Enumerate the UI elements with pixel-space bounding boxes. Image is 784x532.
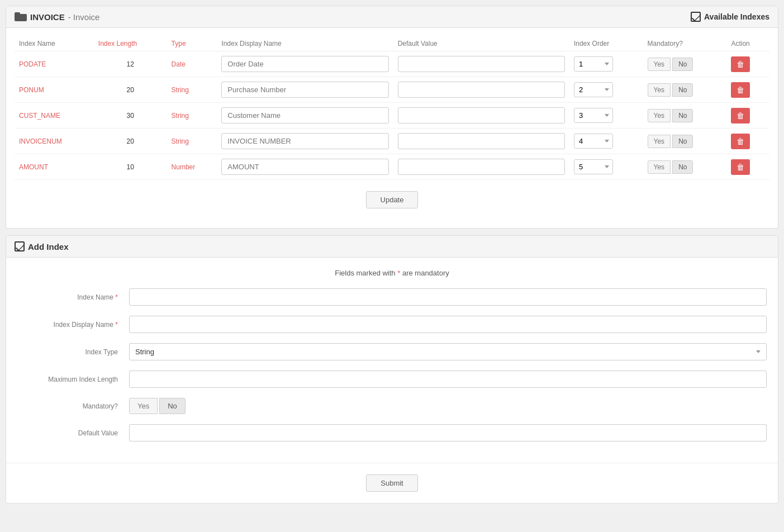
form-row-index-type: Index Type String Number Date — [17, 343, 767, 360]
index-type-cell: String — [167, 129, 217, 154]
invoice-subtitle: - Invoice — [68, 12, 100, 22]
display-name-label: Index Display Name * — [17, 321, 129, 329]
index-type-cell: Date — [167, 51, 217, 77]
default-value-input-row-2[interactable] — [398, 107, 565, 124]
default-value-input-row-1[interactable] — [398, 82, 565, 98]
order-cell: 12345678910 — [569, 77, 643, 103]
action-cell: 🗑 — [726, 129, 769, 154]
mandatory-no-row-1[interactable]: No — [672, 83, 693, 97]
col-index-length: Index Length — [94, 36, 167, 51]
display-name-cell — [217, 129, 393, 154]
order-select-row-0[interactable]: 12345678910 — [574, 56, 613, 72]
default-value-cell — [393, 129, 569, 154]
index-name-cell: CUST_NAME — [15, 103, 94, 129]
order-select-row-1[interactable]: 12345678910 — [574, 82, 613, 97]
index-length-cell: 20 — [94, 77, 167, 103]
index-length-cell: 20 — [94, 129, 167, 154]
col-index-name: Index Name — [15, 36, 94, 51]
mandatory-no-row-2[interactable]: No — [672, 109, 693, 122]
default-value-input[interactable] — [129, 424, 767, 441]
invoice-title: INVOICE — [30, 12, 65, 22]
default-value-label: Default Value — [17, 429, 129, 437]
update-button[interactable]: Update — [366, 191, 419, 208]
mandatory-yes-button[interactable]: Yes — [129, 398, 158, 414]
mandatory-yes-row-4[interactable]: Yes — [648, 160, 671, 174]
index-name-cell: AMOUNT — [15, 154, 94, 180]
form-row-max-length: Maximum Index Length — [17, 370, 767, 388]
order-cell: 12345678910 — [569, 129, 643, 154]
order-select-row-3[interactable]: 12345678910 — [574, 134, 613, 149]
delete-button-row-3[interactable]: 🗑 — [731, 134, 750, 149]
available-indexes: Available Indexes — [691, 12, 769, 22]
update-btn-row: Update — [15, 180, 769, 220]
index-length-cell: 10 — [94, 154, 167, 180]
col-display-name: Index Display Name — [217, 36, 393, 51]
mandatory-yes-row-1[interactable]: Yes — [648, 83, 671, 97]
delete-button-row-4[interactable]: 🗑 — [731, 159, 750, 175]
add-index-title-label: Add Index — [28, 242, 69, 251]
default-value-input-row-0[interactable] — [398, 56, 565, 72]
form-row-display-name: Index Display Name * — [17, 316, 767, 333]
mandatory-cell: YesNo — [643, 51, 727, 77]
mandatory-note: Fields marked with * are mandatory — [17, 269, 767, 277]
delete-button-row-1[interactable]: 🗑 — [731, 82, 750, 98]
action-cell: 🗑 — [726, 77, 769, 103]
mandatory-label: Mandatory? — [17, 402, 129, 410]
delete-button-row-0[interactable]: 🗑 — [731, 56, 750, 72]
display-name-input-row-2[interactable] — [221, 107, 388, 124]
available-indexes-label: Available Indexes — [704, 12, 769, 21]
order-select-row-2[interactable]: 12345678910 — [574, 108, 613, 123]
default-value-input-row-3[interactable] — [398, 133, 565, 149]
order-cell: 12345678910 — [569, 154, 643, 180]
folder-icon — [15, 12, 27, 21]
mandatory-yes-row-2[interactable]: Yes — [648, 109, 671, 122]
index-type-cell: Number — [167, 154, 217, 180]
mandatory-cell: YesNo — [643, 77, 727, 103]
index-name-cell: INVOICENUM — [15, 129, 94, 154]
col-action: Action — [726, 36, 769, 51]
check-icon-add — [15, 241, 25, 251]
display-name-cell — [217, 103, 393, 129]
col-mandatory: Mandatory? — [643, 36, 727, 51]
max-length-input[interactable] — [129, 370, 767, 388]
table-row: PONUM20String12345678910YesNo🗑 — [15, 77, 769, 103]
display-name-input-row-3[interactable] — [221, 133, 388, 149]
default-value-cell — [393, 103, 569, 129]
mandatory-no-row-0[interactable]: No — [672, 58, 693, 71]
display-name-input-row-0[interactable] — [221, 56, 388, 72]
display-name-input-row-4[interactable] — [221, 159, 388, 175]
display-name-cell — [217, 154, 393, 180]
mandatory-no-button[interactable]: No — [159, 398, 186, 414]
mandatory-cell: YesNo — [643, 103, 727, 129]
index-name-input[interactable] — [129, 288, 767, 306]
default-value-input-row-4[interactable] — [398, 159, 565, 175]
form-row-index-name: Index Name * — [17, 288, 767, 306]
mandatory-no-row-4[interactable]: No — [672, 160, 693, 174]
form-row-mandatory: Mandatory? Yes No — [17, 398, 767, 414]
mandatory-yes-row-0[interactable]: Yes — [648, 58, 671, 71]
submit-row: Submit — [6, 463, 778, 503]
display-name-input-row-1[interactable] — [221, 82, 388, 98]
table-row: CUST_NAME30String12345678910YesNo🗑 — [15, 103, 769, 129]
order-cell: 12345678910 — [569, 103, 643, 129]
check-icon — [691, 12, 701, 22]
default-value-cell — [393, 77, 569, 103]
order-select-row-4[interactable]: 12345678910 — [574, 159, 613, 174]
order-cell: 12345678910 — [569, 51, 643, 77]
add-index-panel: Add Index Fields marked with * are manda… — [6, 235, 778, 504]
mandatory-no-row-3[interactable]: No — [672, 135, 693, 148]
delete-button-row-2[interactable]: 🗑 — [731, 108, 750, 124]
add-index-body: Fields marked with * are mandatory Index… — [6, 258, 778, 463]
index-type-cell: String — [167, 103, 217, 129]
display-name-input[interactable] — [129, 316, 767, 333]
mandatory-yes-row-3[interactable]: Yes — [648, 135, 671, 148]
indexes-table: Index Name Index Length Type Index Displ… — [15, 36, 769, 180]
action-cell: 🗑 — [726, 154, 769, 180]
submit-button[interactable]: Submit — [366, 474, 417, 492]
index-type-select[interactable]: String Number Date — [129, 343, 767, 360]
index-name-cell: PODATE — [15, 51, 94, 77]
invoice-panel-header: INVOICE - Invoice Available Indexes — [6, 6, 778, 28]
action-cell: 🗑 — [726, 51, 769, 77]
action-cell: 🗑 — [726, 103, 769, 129]
mandatory-btns: Yes No — [129, 398, 186, 414]
